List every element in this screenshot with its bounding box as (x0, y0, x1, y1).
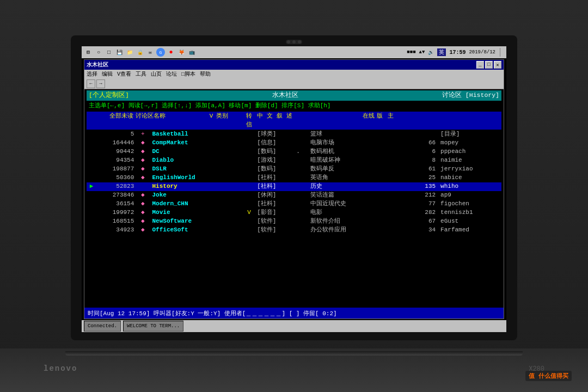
table-row[interactable]: 273846◆Joke[休闲]笑话连篇212ap9 (87, 191, 501, 200)
row-online: 282 (409, 209, 437, 217)
table-row[interactable]: 94354◆Diablo[游戏]暗黑破坏神8naimie (87, 156, 501, 165)
row-v (243, 191, 256, 200)
mail-icon[interactable]: ✉ (146, 48, 155, 57)
row-type: [社科] (255, 200, 295, 209)
menu-help[interactable]: 帮助 (200, 70, 211, 78)
row-type: [数码] (255, 148, 295, 156)
row-num: 94354 (96, 156, 136, 165)
row-unread: ◆ (136, 174, 150, 182)
table-row[interactable]: 164446◆CompMarket[信息]电脑市场66mopey (87, 139, 501, 148)
bbs-header-right: 讨论区 [History] (442, 91, 499, 100)
taskbar-app-1[interactable]: Connected. (84, 321, 121, 332)
start-icon[interactable]: ⊞ (84, 48, 93, 57)
row-name: DC (150, 148, 243, 156)
close-button[interactable]: ✕ (494, 61, 501, 69)
col-trans: 转信 (246, 112, 257, 130)
row-online: 77 (409, 200, 437, 209)
row-unread: ◆ (136, 165, 150, 174)
row-v (243, 130, 256, 139)
chrome-icon[interactable]: G (156, 48, 165, 57)
row-v (243, 165, 256, 174)
minimize-button[interactable]: _ (476, 61, 484, 69)
file-icon[interactable]: 💾 (115, 48, 124, 57)
row-desc: 办公软件应用 (309, 226, 408, 235)
row-arrow (87, 217, 96, 226)
table-row[interactable]: ▶52823History[社科]历史135whiho (87, 182, 501, 191)
row-type: [游戏] (255, 156, 295, 165)
tv-icon[interactable]: 📺 (187, 48, 196, 57)
menu-tools[interactable]: 工具 (136, 70, 146, 78)
cortana-icon[interactable]: ○ (94, 48, 103, 57)
browser-icon[interactable]: 🦊 (177, 48, 186, 57)
taskbar-app-2[interactable]: WELCOME TO TERM... (123, 321, 183, 332)
row-desc: 电脑市场 (309, 139, 408, 148)
row-desc: 数码单反 (309, 165, 408, 174)
menu-page[interactable]: 山页 (151, 70, 162, 78)
row-unread: ◆ (136, 148, 150, 156)
menu-edit[interactable]: 编辑 (102, 70, 113, 78)
menu-script[interactable]: □脚本 (181, 70, 195, 78)
row-online: 61 (409, 165, 437, 174)
row-owner: Farfamed (437, 226, 501, 235)
row-name: DSLR (150, 165, 243, 174)
row-name: History (150, 182, 243, 191)
status-bar: 时间[Aug 12 17:59] 呼叫器[好友:Y 一般:Y] 使用者[＿＿＿＿… (84, 308, 504, 318)
row-trans (295, 165, 309, 174)
table-row[interactable]: 90442◆DC[数码].数码相机6pppeach (87, 148, 501, 156)
row-name: Modern_CHN (150, 200, 243, 209)
row-type: [信息] (255, 139, 295, 148)
col-type: 类别 (216, 112, 246, 130)
show-desktop-icon[interactable] (500, 48, 504, 57)
maximize-button[interactable]: □ (485, 61, 493, 69)
bbs-table: 5+Basketball[球类]篮球[目录]164446◆CompMarket[… (87, 130, 501, 234)
menu-select[interactable]: 选择 (87, 70, 97, 78)
folder-icon[interactable]: 📁 (125, 48, 134, 57)
row-unread: ◆ (136, 156, 150, 165)
menu-view[interactable]: V查看 (117, 70, 131, 78)
bbs-content: [个人定制区] 水木社区 讨论区 [History] 主选单[←,e] 阅读[→… (84, 89, 504, 308)
table-row[interactable]: 168515◆NewSoftware[软件]新软件介绍67eGust (87, 217, 501, 226)
bbs-nav-line: 主选单[←,e] 阅读[→,r] 选择[↑,↓] 添加[a,A] 移动[m] 删… (87, 101, 501, 111)
row-v: V (243, 209, 256, 217)
row-desc: 历史 (309, 182, 408, 191)
screen-bezel: ⊞ ○ □ 💾 📁 🔒 ✉ G ● 🦊 📺 ■■■ ▲▼ 🔊 英 (71, 35, 517, 340)
webcam (286, 40, 302, 44)
row-owner: ap9 (437, 191, 501, 200)
task-view-icon[interactable]: □ (105, 48, 113, 57)
row-num: 198877 (96, 165, 136, 174)
row-online (409, 130, 437, 139)
row-unread: ◆ (136, 139, 150, 148)
row-owner: pppeach (437, 148, 501, 156)
lock-icon[interactable]: 🔒 (136, 48, 144, 57)
table-row[interactable]: 36154◆Modern_CHN[社科]中国近现代史77figochen (87, 200, 501, 209)
red-icon[interactable]: ● (167, 48, 175, 57)
bbs-header-center: 水木社区 (272, 91, 298, 100)
table-row[interactable]: 199972◆MovieV[影音]电影282tenniszb1 (87, 209, 501, 217)
menu-forum[interactable]: 论坛 (166, 70, 177, 78)
laptop-bottom (0, 348, 588, 392)
row-desc: 新软件介绍 (309, 217, 408, 226)
row-num: 34923 (96, 226, 136, 235)
col-all: 全部 (89, 112, 121, 130)
table-row[interactable]: 50360◆EnglishWorld[社科]英语角25nabice (87, 174, 501, 182)
toolbar-btn-2[interactable]: → (96, 79, 105, 88)
row-owner: jerryxiao (437, 165, 501, 174)
row-arrow (87, 200, 96, 209)
row-type: [软件] (255, 217, 295, 226)
table-row[interactable]: 198877◆DSLR[数码]数码单反61jerryxiao (87, 165, 501, 174)
row-online: 25 (409, 174, 437, 182)
watermark: 值 什么值得买 (525, 371, 572, 381)
row-desc: 中国近现代史 (309, 200, 408, 209)
row-arrow (87, 130, 96, 139)
col-version: 版 (377, 112, 388, 130)
table-row[interactable]: 34923◆OfficeSoft[软件]办公软件应用34Farfamed (87, 226, 501, 235)
row-unread: ◆ (136, 191, 150, 200)
row-arrow (87, 191, 96, 200)
row-type: [数码] (255, 165, 295, 174)
row-trans (295, 130, 309, 139)
row-desc: 笑话连篇 (309, 191, 408, 200)
row-unread: ◆ (136, 217, 150, 226)
toolbar-btn-1[interactable]: ← (87, 79, 95, 88)
table-row[interactable]: 5+Basketball[球类]篮球[目录] (87, 130, 501, 139)
terminal-window: 水木社区 _ □ ✕ 选择 编辑 V查看 工具 山页 论坛 □脚本 (84, 59, 504, 319)
